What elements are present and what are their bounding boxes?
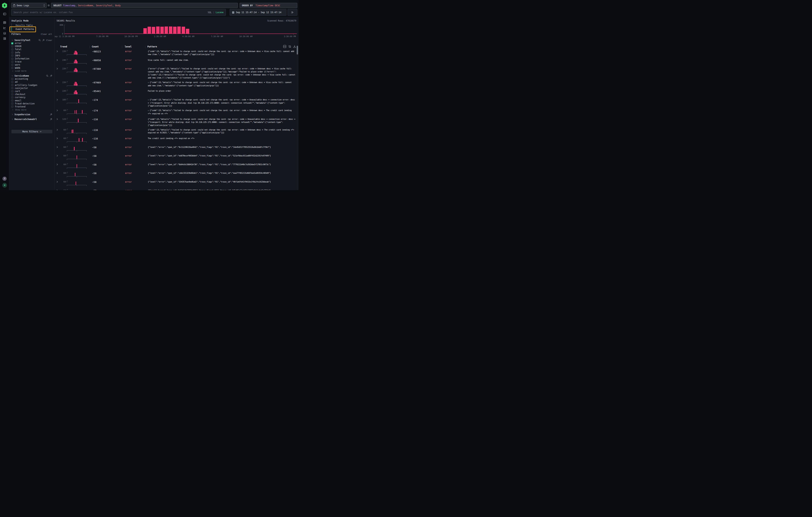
row-expand-chevron-icon[interactable] [56,80,60,83]
filter-group-name[interactable]: SeverityText [14,39,30,41]
source-settings-gear-icon[interactable] [47,4,50,7]
user-avatar[interactable]: U [2,183,7,188]
filter-option-ad[interactable]: ad [9,80,55,83]
results-histogram[interactable]: 80K 0 Sep 11 3:30:00 PM7:30:00 PM10:30:0… [55,18,298,38]
filter-option-info[interactable]: info [9,51,55,54]
clear-all-filters-button[interactable]: Clear all [41,33,52,35]
row-expand-chevron-icon[interactable] [56,108,60,111]
col-resize-handle[interactable] [122,46,122,48]
checkbox-unchecked[interactable] [11,90,13,92]
filter-option-accounting[interactable]: accounting [9,77,55,80]
col-count[interactable]: Count [92,45,99,48]
date-range-picker[interactable]: Sep 11 15:47:14 - Sep 12 15:47:14 [230,9,286,16]
row-expand-chevron-icon[interactable] [56,153,60,157]
dismissed-x-icon[interactable]: ✕ [148,82,149,83]
col-level[interactable]: level [125,45,132,48]
pin-icon[interactable] [50,113,52,116]
col-resize-handle[interactable] [89,46,90,48]
chevron-right-icon[interactable] [11,118,13,120]
pin-icon[interactable] [50,75,52,77]
checkbox-unchecked[interactable] [11,48,13,51]
row-expand-chevron-icon[interactable] [56,136,60,139]
search-logs-icon[interactable] [3,21,6,24]
checkbox-unchecked[interactable] [11,58,13,60]
dashboards-icon[interactable] [3,37,6,40]
row-expand-chevron-icon[interactable] [56,117,60,120]
filter-group-name[interactable]: ServiceName [14,75,29,77]
download-icon[interactable] [293,45,296,48]
help-button[interactable]: ? [2,177,7,181]
filter-option-warn[interactable]: warn [9,63,55,66]
mode-sql[interactable]: SQL [208,11,212,14]
row-expand-chevron-icon[interactable] [56,66,60,70]
row-expand-chevron-icon[interactable] [56,49,60,52]
mode-lucene[interactable]: Lucene [215,11,224,14]
filter-group-name[interactable]: ResourceSchemaUrl [14,118,37,121]
row-expand-chevron-icon[interactable] [56,188,60,190]
filter-option-error[interactable]: error [9,42,55,45]
checkbox-unchecked[interactable] [11,55,13,57]
order-by-input[interactable]: ORDER BY TimestampTime DESC [239,3,297,8]
checkbox-checked[interactable] [11,42,13,45]
checkbox-unchecked[interactable] [11,45,13,48]
row-expand-chevron-icon[interactable] [56,127,60,131]
filter-option-cart[interactable]: cart [9,90,55,93]
filter-option-fraud-detection[interactable]: fraud-detection [9,102,55,105]
filter-option-frontend[interactable]: frontend [9,105,55,108]
filter-group-name[interactable]: ScopeVersion [14,113,30,116]
app-logo-icon[interactable] [2,3,7,8]
col-pattern[interactable]: Pattern [147,45,157,48]
clear-filter-button[interactable]: Clear [46,39,52,41]
col-resize-handle[interactable] [145,46,145,48]
filter-option-info[interactable]: INFO [9,54,55,57]
mode-item-event-patterns[interactable]: Event Patterns [12,27,34,31]
checkbox-unchecked[interactable] [11,103,13,105]
filter-option-information[interactable]: Information [9,57,55,60]
chevron-right-icon[interactable] [11,114,13,115]
pin-icon[interactable] [50,118,52,120]
sidebar-toggle-icon[interactable] [3,12,6,16]
filter-option-artillery-loadgen[interactable]: artillery-loadgen [9,84,55,87]
checkbox-unchecked[interactable] [11,67,13,69]
checkbox-unchecked[interactable] [11,64,13,66]
row-expand-chevron-icon[interactable] [56,97,60,101]
checkbox-unchecked[interactable] [11,84,13,86]
search-icon[interactable] [38,39,41,41]
sessions-icon[interactable] [3,32,6,35]
filter-show-more[interactable]: Show more [9,108,55,111]
checkbox-unchecked[interactable] [11,81,13,83]
dismissed-x-icon[interactable]: ✕ [148,110,149,111]
pin-icon[interactable] [42,39,45,41]
col-trend[interactable]: Trend [60,45,67,48]
row-expand-chevron-icon[interactable] [56,145,60,148]
filter-option-checkout[interactable]: checkout [9,93,55,96]
scrollbar-track[interactable] [297,45,298,190]
row-expand-chevron-icon[interactable] [56,58,60,61]
checkbox-unchecked[interactable] [11,61,13,63]
wrap-text-icon[interactable] [288,45,291,48]
chart-explorer-icon[interactable] [3,27,6,29]
filter-option-error[interactable]: ERROR [9,45,55,48]
checkbox-unchecked[interactable] [11,96,13,98]
more-filters-button[interactable]: More filters [11,130,52,133]
filter-option-warn[interactable]: WARN [9,66,55,69]
checkbox-unchecked[interactable] [11,93,13,95]
checkbox-unchecked[interactable] [11,106,13,108]
mode-item-results-table[interactable]: Results Table [12,23,34,27]
search-input[interactable]: Search your events w/ Lucene ex. column:… [11,9,226,16]
select-clause-input[interactable]: SELECT Timestamp, ServiceName, SeverityT… [51,3,238,8]
row-expand-chevron-icon[interactable] [56,180,60,183]
checkbox-unchecked[interactable] [11,78,13,80]
row-expand-chevron-icon[interactable] [56,162,60,166]
filter-option-email[interactable]: email [9,99,55,102]
search-icon[interactable] [46,75,48,77]
filter-option-trace[interactable]: trace [9,60,55,63]
row-expand-chevron-icon[interactable] [56,89,60,92]
checkbox-unchecked[interactable] [11,99,13,102]
row-expand-chevron-icon[interactable] [56,171,60,174]
source-select[interactable]: Demo Logs [11,3,47,8]
checkbox-unchecked[interactable] [11,52,13,54]
checkbox-unchecked[interactable] [11,87,13,89]
scrollbar-thumb[interactable] [297,46,298,55]
view-code-icon[interactable] [283,45,286,48]
